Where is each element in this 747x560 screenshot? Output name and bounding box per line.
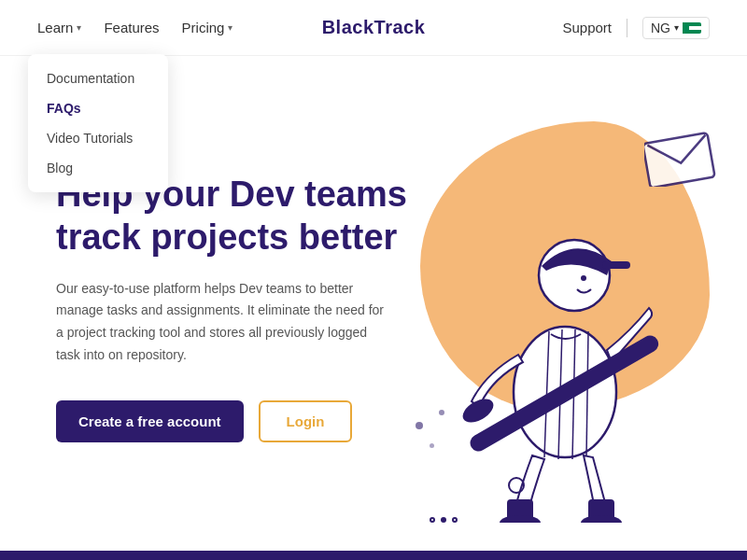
features-nav-item[interactable]: Features <box>104 14 159 41</box>
bottom-bar <box>0 551 747 560</box>
svg-point-13 <box>581 515 622 523</box>
learn-nav-item[interactable]: Learn ▾ <box>37 14 81 41</box>
learn-chevron-icon: ▾ <box>77 22 81 33</box>
svg-point-7 <box>581 275 586 281</box>
create-account-button[interactable]: Create a free account <box>56 400 244 442</box>
support-link[interactable]: Support <box>562 20 612 35</box>
nav-left: Learn ▾ Features Pricing ▾ <box>37 14 233 41</box>
dropdown-item-video-tutorials[interactable]: Video Tutorials <box>28 123 168 153</box>
features-label: Features <box>104 20 159 35</box>
dot-2 <box>441 517 446 523</box>
learn-label: Learn <box>37 20 73 35</box>
envelope-decoration <box>644 131 719 190</box>
dot-3 <box>452 517 458 523</box>
nav-right: Support NG ▾ <box>562 17 710 39</box>
hero-actions: Create a free account Login <box>56 400 448 442</box>
svg-rect-15 <box>644 133 715 187</box>
svg-rect-6 <box>602 261 630 269</box>
pricing-label: Pricing <box>182 20 225 35</box>
language-selector[interactable]: NG ▾ <box>642 17 710 39</box>
dropdown-item-faqs[interactable]: FAQs <box>28 93 168 123</box>
dropdown-item-blog[interactable]: Blog <box>28 153 168 183</box>
chevron-down-icon: ▾ <box>674 22 679 33</box>
pricing-nav-item[interactable]: Pricing ▾ <box>182 14 233 41</box>
nav-divider <box>627 19 627 37</box>
learn-dropdown: Documentation FAQs Video Tutorials Blog <box>28 54 168 192</box>
nav-center: BlackTrack <box>322 17 426 38</box>
hero-description: Our easy-to-use platform helps Dev teams… <box>56 278 392 367</box>
navbar: Learn ▾ Features Pricing ▾ BlackTrack Su… <box>0 0 747 56</box>
hero-illustration <box>411 75 728 523</box>
brand-logo[interactable]: BlackTrack <box>322 17 426 37</box>
login-button[interactable]: Login <box>259 400 353 442</box>
lang-label: NG <box>651 21 670 35</box>
dot-1 <box>430 517 435 523</box>
pricing-chevron-icon: ▾ <box>228 22 233 33</box>
flag-icon <box>683 22 701 34</box>
svg-point-12 <box>500 515 541 523</box>
hero-content: Help your Dev teams track projects bette… <box>56 174 448 441</box>
dropdown-item-documentation[interactable]: Documentation <box>28 63 168 93</box>
pagination-dots <box>430 517 458 523</box>
